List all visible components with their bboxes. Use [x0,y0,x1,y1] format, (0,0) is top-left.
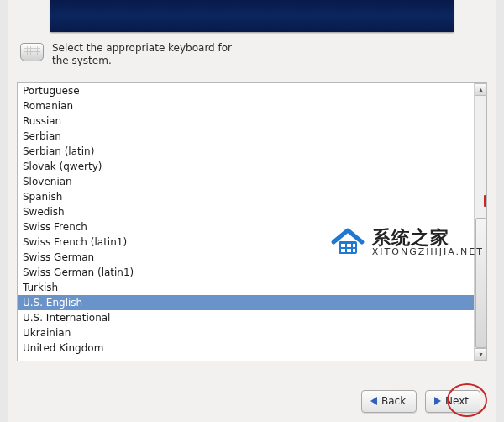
next-button[interactable]: Next [425,390,480,413]
back-button[interactable]: Back [361,390,417,413]
keyboard-option[interactable]: Portuguese [18,83,474,98]
instruction-text: Select the appropriate keyboard for the … [52,42,232,67]
annotation-mark [484,195,486,207]
keyboard-option[interactable]: Serbian [18,129,474,144]
button-bar: Back Next [8,387,496,415]
keyboard-option[interactable]: Spanish [18,189,474,204]
instruction-row: Select the appropriate keyboard for the … [8,32,496,82]
keyboard-icon [20,43,44,61]
next-button-label: Next [445,395,469,407]
keyboard-option[interactable]: Romanian [18,98,474,113]
back-button-label: Back [381,395,406,407]
keyboard-listbox[interactable]: PortugueseRomanianRussianSerbianSerbian … [17,82,487,361]
keyboard-option[interactable]: Swiss German [18,250,474,265]
keyboard-option[interactable]: Swiss French (latin1) [18,235,474,250]
keyboard-option[interactable]: Swedish [18,204,474,219]
scroll-down-button[interactable]: ▾ [475,348,487,361]
keyboard-option[interactable]: United Kingdom [18,340,474,356]
keyboard-list-viewport: PortugueseRomanianRussianSerbianSerbian … [18,83,474,361]
keyboard-option[interactable]: Slovak (qwerty) [18,159,474,174]
installer-window: Select the appropriate keyboard for the … [8,0,496,422]
keyboard-option[interactable]: Swiss French [18,219,474,235]
keyboard-option[interactable]: Swiss German (latin1) [18,265,474,280]
keyboard-option[interactable]: Slovenian [18,174,474,189]
scroll-up-button[interactable]: ▴ [475,83,487,96]
keyboard-option[interactable]: Russian [18,113,474,129]
keyboard-option[interactable]: U.S. English [18,295,474,310]
scroll-thumb[interactable] [475,218,486,348]
arrow-right-icon [434,397,441,405]
scrollbar[interactable]: ▴ ▾ [474,83,486,361]
keyboard-option[interactable]: U.S. International [18,310,474,325]
keyboard-option[interactable]: Ukrainian [18,325,474,340]
keyboard-option[interactable]: Serbian (latin) [18,144,474,159]
banner [50,0,454,32]
keyboard-option[interactable]: Turkish [18,280,474,295]
arrow-left-icon [370,397,377,405]
